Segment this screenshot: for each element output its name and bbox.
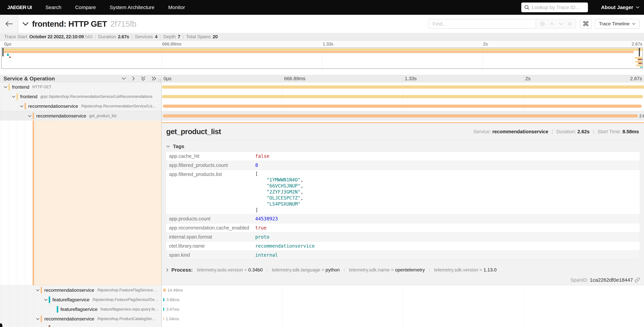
span-row-recommendation-rpc[interactable]: recommendationservice/hipstershop.Recomm… — [0, 102, 644, 111]
span-row-featureflag-server[interactable]: featureflagservice/hipstershop.FeatureFl… — [0, 295, 644, 304]
command-icon: ⌘ — [582, 20, 589, 28]
process-section-toggle[interactable]: Process: telemetry.auto.version = 0.34b0… — [166, 267, 496, 273]
expand-one-icon[interactable] — [132, 76, 135, 81]
minimap-tick-2: 1.33s — [323, 42, 334, 47]
minimap-tick-3: 2s — [483, 42, 488, 47]
column-resize-grip[interactable] — [158, 79, 161, 82]
span-bar[interactable] — [163, 104, 642, 108]
span-bar[interactable] — [163, 308, 164, 311]
minimap-left-scrubber[interactable] — [2, 48, 4, 56]
tag-row[interactable]: app.filtered_products.count8 — [166, 161, 640, 170]
tag-row[interactable]: otel.library.namerecommendationservice — [166, 242, 640, 250]
clear-find-icon[interactable] — [568, 22, 572, 26]
collapse-chevron-icon[interactable] — [4, 82, 8, 92]
span-bar[interactable] — [163, 317, 164, 320]
span-row-frontend-httpget[interactable]: frontendHTTP GET — [0, 82, 644, 92]
span-bar[interactable] — [162, 86, 644, 89]
span-row-productcatalog-client[interactable]: recommendationservice/hipstershop.Produc… — [0, 314, 644, 324]
collapse-chevron-icon[interactable] — [28, 111, 32, 121]
trace-minimap[interactable] — [1, 48, 643, 69]
span-detail-row: get_product_list Service:recommendations… — [0, 120, 644, 285]
separator: | — [131, 34, 132, 40]
span-id-value: 1ca2262df0e18447 — [590, 277, 633, 283]
collapse-chevron-icon[interactable] — [44, 295, 48, 304]
span-bar[interactable] — [163, 298, 164, 301]
find-input[interactable] — [428, 19, 536, 29]
span-row-get-product-list[interactable]: recommendationserviceget_product_list 2.… — [0, 111, 644, 120]
collapse-all-icon[interactable] — [141, 76, 146, 81]
span-row-frontend-grpc[interactable]: frontendgrpc.hipstershop.RecommendationS… — [0, 92, 644, 102]
span-detail-panel: get_product_list Service:recommendations… — [162, 122, 644, 285]
tag-row[interactable]: app.filtered_products.list[ 1YMWWN1N4O, … — [166, 170, 640, 214]
arrow-left-icon — [5, 21, 13, 27]
collapse-chevron-icon[interactable] — [36, 314, 40, 324]
tag-row[interactable]: span.kindinternal — [166, 250, 640, 260]
top-navbar: JAEGER UI Search Compare System Architec… — [0, 0, 644, 15]
span-id-row: SpanID: 1ca2262df0e18447 — [570, 277, 640, 283]
tags-section-toggle[interactable]: Tags — [166, 144, 184, 149]
tag-row[interactable]: internal.span.formatproto — [166, 232, 640, 242]
nav-item-system-architecture[interactable]: System Architecture — [110, 4, 154, 10]
span-color-strip — [32, 120, 34, 285]
back-button[interactable] — [0, 15, 18, 33]
scroll-to-match-icon[interactable] — [540, 21, 545, 27]
services-label: Services — [135, 34, 153, 40]
service-name: recommendationservice — [28, 104, 78, 109]
trace-id-short: 2f715fb — [110, 19, 136, 28]
tag-row[interactable]: app.products.count44530923 — [166, 214, 640, 224]
minimap-tick-1: 666.89ms — [162, 42, 181, 47]
expand-all-icon[interactable] — [152, 76, 156, 81]
trace-id-lookup-input[interactable] — [532, 4, 585, 10]
collapse-chevron-icon[interactable] — [36, 285, 40, 295]
next-match-icon[interactable] — [558, 22, 564, 26]
trace-id-lookup — [521, 2, 588, 12]
separator: | — [95, 34, 96, 40]
app-logo[interactable]: JAEGER UI — [7, 4, 32, 10]
nav-item-monitor[interactable]: Monitor — [168, 4, 185, 10]
keyboard-shortcuts-button[interactable]: ⌘ — [580, 19, 592, 29]
depth-label: Depth — [163, 34, 176, 40]
collapse-one-icon[interactable] — [121, 77, 126, 80]
collapse-chevron-icon[interactable] — [20, 102, 24, 111]
timeline-header-row: Service & Operation 0μs 666.89ms 1.33s 2… — [0, 75, 644, 82]
operation-name: /hipstershop.FeatureFlagService/Ge… — [92, 298, 158, 302]
span-row-featureflag-repo-query[interactable]: featureflagservicefeatureflagservice.rep… — [0, 304, 644, 314]
span-row-featureflag-client[interactable]: recommendationservice/hipstershop.Featur… — [0, 285, 644, 295]
total-spans-value: 20 — [213, 34, 218, 40]
span-duration-label: 2.62s — [639, 111, 644, 121]
timeline-tick-1: 666.89ms — [284, 75, 306, 82]
span-bar[interactable] — [163, 114, 638, 118]
about-jaeger-menu[interactable]: About Jaeger — [601, 4, 640, 10]
collapse-trace-header-toggle[interactable] — [22, 15, 29, 33]
trace-view-select[interactable]: Trace Timeline — [595, 19, 640, 29]
trace-page-header: frontend: HTTP GET 2f715fb ⌘ Trace Timel… — [0, 15, 644, 33]
process-tag: telemetry.auto.version = 0.34b0 — [197, 267, 263, 272]
chevron-down-icon — [22, 22, 29, 26]
service-name: featureflagservice — [60, 307, 98, 312]
operation-name: /hipstershop.FeatureFlagService… — [97, 288, 157, 292]
span-row-partial[interactable] — [0, 324, 644, 327]
duration-value: 2.67s — [118, 34, 129, 40]
services-value: 4 — [155, 34, 158, 40]
trace-start-value: October 22 2022, 22:10:09.543 — [29, 34, 92, 40]
collapse-chevron-icon[interactable] — [12, 92, 16, 102]
span-bar[interactable] — [163, 288, 166, 292]
minimap-right-scrubber[interactable] — [639, 48, 640, 56]
duration-label: Duration — [98, 34, 116, 40]
prev-match-icon[interactable] — [549, 22, 554, 26]
detail-service-value: recommendationservice — [492, 129, 548, 134]
span-bar[interactable] — [162, 95, 643, 98]
service-operation-header: Service & Operation — [4, 76, 55, 82]
span-rows: frontendHTTP GET frontendgrpc.hipstersho… — [0, 82, 644, 327]
tag-row[interactable]: app.cache_hitfalse — [166, 152, 640, 161]
nav-item-compare[interactable]: Compare — [75, 4, 96, 10]
depth-value: 7 — [178, 34, 180, 40]
tag-row[interactable]: app.recommendation.cache_enabledtrue — [166, 224, 640, 232]
nav-item-search[interactable]: Search — [46, 4, 62, 10]
operation-name: HTTP GET — [32, 85, 51, 89]
link-icon[interactable] — [634, 277, 640, 283]
span-duration-label: 3.68ms — [166, 295, 180, 304]
process-tag: telemetry.sdk.language = python — [272, 267, 340, 272]
timeline-tick-4: 2.67s — [630, 75, 642, 82]
timeline-tick-2: 1.33s — [405, 75, 417, 82]
